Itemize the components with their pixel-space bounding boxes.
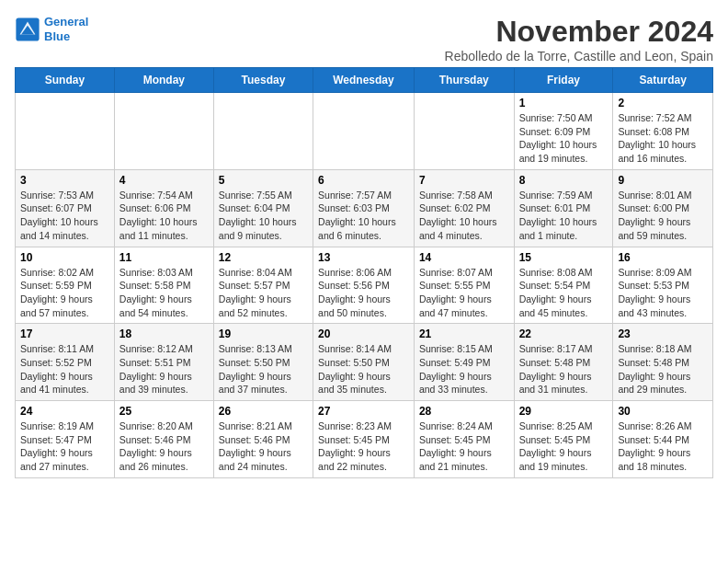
logo: General Blue	[15, 15, 88, 43]
calendar-week-1: 1Sunrise: 7:50 AM Sunset: 6:09 PM Daylig…	[16, 93, 713, 170]
day-info: Sunrise: 8:07 AM Sunset: 5:55 PM Dayligh…	[419, 266, 509, 320]
day-number: 13	[318, 251, 409, 264]
column-header-saturday: Saturday	[613, 68, 713, 93]
day-number: 1	[519, 97, 609, 109]
logo-text: General Blue	[44, 15, 88, 43]
day-info: Sunrise: 7:50 AM Sunset: 6:09 PM Dayligh…	[519, 111, 609, 166]
calendar-cell: 19Sunrise: 8:13 AM Sunset: 5:50 PM Dayli…	[213, 324, 313, 401]
location-subtitle: Rebolledo de la Torre, Castille and Leon…	[445, 49, 713, 63]
day-info: Sunrise: 8:02 AM Sunset: 5:59 PM Dayligh…	[20, 266, 109, 320]
day-info: Sunrise: 7:52 AM Sunset: 6:08 PM Dayligh…	[618, 111, 708, 166]
day-info: Sunrise: 8:14 AM Sunset: 5:50 PM Dayligh…	[318, 342, 409, 396]
day-number: 18	[119, 327, 209, 340]
calendar-cell: 4Sunrise: 7:54 AM Sunset: 6:06 PM Daylig…	[114, 169, 213, 247]
calendar-header-row: SundayMondayTuesdayWednesdayThursdayFrid…	[16, 68, 713, 93]
calendar-week-2: 3Sunrise: 7:53 AM Sunset: 6:07 PM Daylig…	[16, 169, 713, 247]
day-info: Sunrise: 8:26 AM Sunset: 5:44 PM Dayligh…	[618, 419, 708, 474]
calendar-cell: 8Sunrise: 7:59 AM Sunset: 6:01 PM Daylig…	[514, 169, 613, 247]
calendar-cell: 2Sunrise: 7:52 AM Sunset: 6:08 PM Daylig…	[613, 93, 713, 170]
logo-icon	[15, 17, 40, 42]
calendar-cell: 18Sunrise: 8:12 AM Sunset: 5:51 PM Dayli…	[114, 324, 213, 401]
calendar-cell	[414, 93, 514, 170]
logo-line1: General	[44, 15, 88, 29]
day-info: Sunrise: 8:13 AM Sunset: 5:50 PM Dayligh…	[219, 342, 308, 396]
day-info: Sunrise: 8:18 AM Sunset: 5:48 PM Dayligh…	[618, 342, 708, 396]
day-info: Sunrise: 8:17 AM Sunset: 5:48 PM Dayligh…	[519, 342, 609, 396]
day-info: Sunrise: 8:12 AM Sunset: 5:51 PM Dayligh…	[119, 342, 209, 396]
calendar-cell: 1Sunrise: 7:50 AM Sunset: 6:09 PM Daylig…	[514, 93, 613, 170]
day-info: Sunrise: 7:57 AM Sunset: 6:03 PM Dayligh…	[318, 189, 409, 243]
day-number: 19	[219, 327, 308, 340]
column-header-sunday: Sunday	[16, 68, 115, 93]
calendar-cell: 10Sunrise: 8:02 AM Sunset: 5:59 PM Dayli…	[16, 247, 115, 324]
day-info: Sunrise: 8:25 AM Sunset: 5:45 PM Dayligh…	[519, 419, 609, 474]
calendar-cell: 29Sunrise: 8:25 AM Sunset: 5:45 PM Dayli…	[514, 401, 613, 478]
day-number: 17	[20, 327, 109, 340]
calendar-week-4: 17Sunrise: 8:11 AM Sunset: 5:52 PM Dayli…	[16, 324, 713, 401]
column-header-friday: Friday	[514, 68, 613, 93]
calendar-table: SundayMondayTuesdayWednesdayThursdayFrid…	[15, 67, 713, 478]
day-info: Sunrise: 7:53 AM Sunset: 6:07 PM Dayligh…	[20, 189, 109, 243]
calendar-cell: 11Sunrise: 8:03 AM Sunset: 5:58 PM Dayli…	[114, 247, 213, 324]
calendar-cell: 23Sunrise: 8:18 AM Sunset: 5:48 PM Dayli…	[613, 324, 713, 401]
day-info: Sunrise: 7:59 AM Sunset: 6:01 PM Dayligh…	[519, 189, 609, 243]
day-info: Sunrise: 8:15 AM Sunset: 5:49 PM Dayligh…	[419, 342, 509, 396]
day-info: Sunrise: 8:19 AM Sunset: 5:47 PM Dayligh…	[20, 419, 109, 474]
calendar-cell	[16, 93, 115, 170]
day-info: Sunrise: 8:20 AM Sunset: 5:46 PM Dayligh…	[119, 419, 209, 474]
day-number: 29	[519, 405, 609, 418]
calendar-cell: 14Sunrise: 8:07 AM Sunset: 5:55 PM Dayli…	[414, 247, 514, 324]
title-area: November 2024 Rebolledo de la Torre, Cas…	[445, 15, 713, 63]
calendar-cell: 12Sunrise: 8:04 AM Sunset: 5:57 PM Dayli…	[213, 247, 313, 324]
calendar-cell: 3Sunrise: 7:53 AM Sunset: 6:07 PM Daylig…	[16, 169, 115, 247]
day-number: 27	[318, 405, 409, 418]
column-header-wednesday: Wednesday	[313, 68, 415, 93]
day-info: Sunrise: 7:54 AM Sunset: 6:06 PM Dayligh…	[119, 189, 209, 243]
calendar-cell	[213, 93, 313, 170]
calendar-cell: 21Sunrise: 8:15 AM Sunset: 5:49 PM Dayli…	[414, 324, 514, 401]
day-info: Sunrise: 7:55 AM Sunset: 6:04 PM Dayligh…	[219, 189, 308, 243]
day-number: 26	[219, 405, 308, 418]
day-number: 8	[519, 174, 609, 187]
day-number: 7	[419, 174, 509, 187]
day-info: Sunrise: 8:03 AM Sunset: 5:58 PM Dayligh…	[119, 266, 209, 320]
calendar-cell	[114, 93, 213, 170]
day-info: Sunrise: 8:11 AM Sunset: 5:52 PM Dayligh…	[20, 342, 109, 396]
calendar-cell: 15Sunrise: 8:08 AM Sunset: 5:54 PM Dayli…	[514, 247, 613, 324]
calendar-cell: 17Sunrise: 8:11 AM Sunset: 5:52 PM Dayli…	[16, 324, 115, 401]
day-number: 25	[119, 405, 209, 418]
calendar-cell: 26Sunrise: 8:21 AM Sunset: 5:46 PM Dayli…	[213, 401, 313, 478]
day-info: Sunrise: 8:24 AM Sunset: 5:45 PM Dayligh…	[419, 419, 509, 474]
day-info: Sunrise: 8:09 AM Sunset: 5:53 PM Dayligh…	[618, 266, 708, 320]
day-number: 16	[618, 251, 708, 264]
day-number: 5	[219, 174, 308, 187]
day-number: 15	[519, 251, 609, 264]
day-info: Sunrise: 8:23 AM Sunset: 5:45 PM Dayligh…	[318, 419, 409, 474]
day-info: Sunrise: 8:06 AM Sunset: 5:56 PM Dayligh…	[318, 266, 409, 320]
page-header: General Blue November 2024 Rebolledo de …	[15, 15, 713, 63]
calendar-cell: 7Sunrise: 7:58 AM Sunset: 6:02 PM Daylig…	[414, 169, 514, 247]
calendar-cell: 5Sunrise: 7:55 AM Sunset: 6:04 PM Daylig…	[213, 169, 313, 247]
day-number: 24	[20, 405, 109, 418]
calendar-cell: 20Sunrise: 8:14 AM Sunset: 5:50 PM Dayli…	[313, 324, 415, 401]
day-number: 30	[618, 405, 708, 418]
calendar-cell: 13Sunrise: 8:06 AM Sunset: 5:56 PM Dayli…	[313, 247, 415, 324]
logo-line2: Blue	[44, 29, 70, 43]
day-number: 21	[419, 327, 509, 340]
day-number: 4	[119, 174, 209, 187]
calendar-cell: 25Sunrise: 8:20 AM Sunset: 5:46 PM Dayli…	[114, 401, 213, 478]
day-number: 14	[419, 251, 509, 264]
calendar-cell: 27Sunrise: 8:23 AM Sunset: 5:45 PM Dayli…	[313, 401, 415, 478]
calendar-cell: 9Sunrise: 8:01 AM Sunset: 6:00 PM Daylig…	[613, 169, 713, 247]
day-number: 11	[119, 251, 209, 264]
column-header-tuesday: Tuesday	[213, 68, 313, 93]
day-number: 10	[20, 251, 109, 264]
calendar-cell: 24Sunrise: 8:19 AM Sunset: 5:47 PM Dayli…	[16, 401, 115, 478]
day-number: 6	[318, 174, 409, 187]
day-number: 3	[20, 174, 109, 187]
day-number: 23	[618, 327, 708, 340]
month-title: November 2024	[445, 15, 713, 49]
day-number: 9	[618, 174, 708, 187]
day-number: 2	[618, 97, 708, 109]
day-info: Sunrise: 7:58 AM Sunset: 6:02 PM Dayligh…	[419, 189, 509, 243]
